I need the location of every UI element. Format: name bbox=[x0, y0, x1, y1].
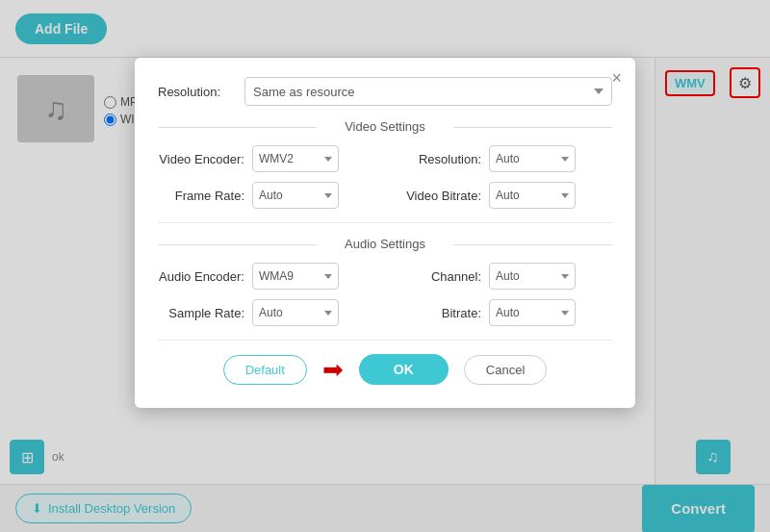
ok-button[interactable]: OK bbox=[359, 354, 449, 385]
video-bitrate-select[interactable]: Auto Low High bbox=[489, 182, 576, 209]
channel-label: Channel: bbox=[395, 269, 481, 284]
audio-encoder-row: Audio Encoder: WMA9 WMA2 PCM bbox=[158, 263, 375, 290]
audio-encoder-select[interactable]: WMA9 WMA2 PCM bbox=[252, 263, 339, 290]
frame-rate-row: Frame Rate: Auto 24 30 bbox=[158, 182, 375, 209]
frame-rate-label: Frame Rate: bbox=[158, 189, 244, 203]
resolution-label: Resolution: bbox=[158, 85, 235, 99]
sample-rate-label: Sample Rate: bbox=[158, 306, 244, 320]
settings-modal: × Resolution: Same as resource 1920x1080… bbox=[135, 58, 635, 408]
video-encoder-select[interactable]: WMV2 WMV1 WMV3 bbox=[252, 145, 339, 172]
cancel-button[interactable]: Cancel bbox=[464, 355, 547, 385]
resolution-row: Resolution: Same as resource 1920x1080 1… bbox=[158, 77, 612, 106]
frame-rate-select[interactable]: Auto 24 30 bbox=[252, 182, 339, 209]
channel-select[interactable]: Auto Mono Stereo bbox=[489, 263, 576, 290]
resolution-right-row: Resolution: Auto Low High bbox=[395, 145, 612, 172]
bitrate-row: Bitrate: Auto 128k 256k bbox=[395, 299, 612, 326]
modal-footer: Default ➡ OK Cancel bbox=[158, 354, 612, 385]
resolution-right-select[interactable]: Auto Low High bbox=[489, 145, 576, 172]
video-settings-grid: Video Encoder: WMV2 WMV1 WMV3 Resolution… bbox=[158, 145, 612, 209]
video-settings-header: Video Settings bbox=[158, 119, 612, 134]
bitrate-label: Bitrate: bbox=[395, 306, 481, 320]
modal-overlay: × Resolution: Same as resource 1920x1080… bbox=[0, 0, 770, 532]
video-encoder-label: Video Encoder: bbox=[158, 152, 244, 166]
video-bitrate-label: Video Bitrate: bbox=[395, 189, 481, 203]
sample-rate-select[interactable]: Auto 44100 48000 bbox=[252, 299, 339, 326]
settings-divider bbox=[158, 222, 612, 223]
video-encoder-row: Video Encoder: WMV2 WMV1 WMV3 bbox=[158, 145, 375, 172]
audio-settings-grid: Audio Encoder: WMA9 WMA2 PCM Channel: Au… bbox=[158, 263, 612, 326]
red-arrow-indicator: ➡ bbox=[322, 355, 344, 385]
default-button[interactable]: Default bbox=[223, 355, 307, 385]
resolution-select[interactable]: Same as resource 1920x1080 1280x720 854x… bbox=[244, 77, 612, 106]
app-background: Add File ♫ MP WI bbox=[0, 0, 770, 532]
video-bitrate-row: Video Bitrate: Auto Low High bbox=[395, 182, 612, 209]
bitrate-select[interactable]: Auto 128k 256k bbox=[489, 299, 576, 326]
modal-close-button[interactable]: × bbox=[611, 69, 622, 87]
resolution-right-label: Resolution: bbox=[395, 152, 481, 166]
sample-rate-row: Sample Rate: Auto 44100 48000 bbox=[158, 299, 375, 326]
channel-row: Channel: Auto Mono Stereo bbox=[395, 263, 612, 290]
audio-settings-header: Audio Settings bbox=[158, 237, 612, 251]
footer-divider bbox=[158, 340, 612, 341]
audio-encoder-label: Audio Encoder: bbox=[158, 269, 244, 284]
